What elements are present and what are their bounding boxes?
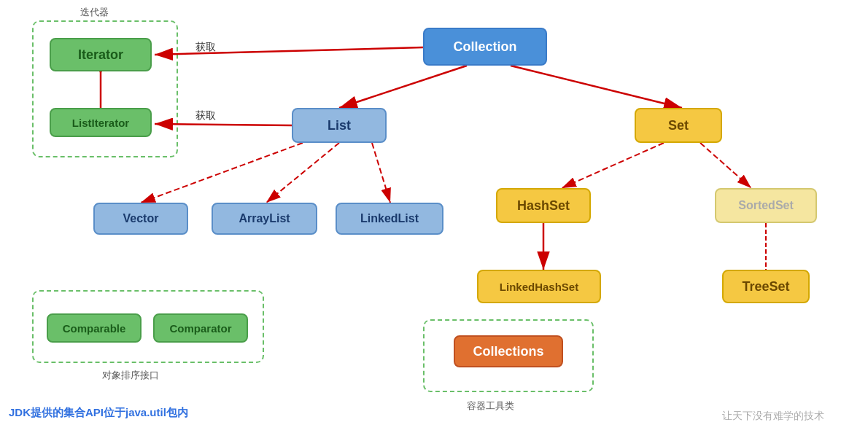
comparator-node: Comparator	[153, 313, 248, 343]
bottom-text: JDK提供的集合API位于java.util包内	[9, 406, 188, 420]
collection-node: Collection	[423, 28, 547, 66]
linkedhashset-node: LinkedHashSet	[477, 270, 601, 303]
list-node: List	[292, 108, 387, 143]
collections-node: Collections	[454, 335, 563, 367]
get2-label: 获取	[195, 109, 216, 122]
treeset-node: TreeSet	[722, 270, 810, 303]
svg-line-5	[339, 66, 467, 108]
diagram-container: 迭代器 对象排序接口 容器工具类 获取 获取	[0, 0, 868, 433]
bottom-text-content: JDK提供的集合API位于java.util包内	[9, 406, 188, 418]
iterator-box-label: 迭代器	[80, 6, 109, 19]
collections-box-label: 容器工具类	[467, 399, 514, 413]
listiterator-node: ListIterator	[50, 108, 152, 137]
sort-box-label: 对象排序接口	[102, 369, 159, 382]
linkedlist-node: LinkedList	[336, 203, 443, 235]
watermark: 让天下没有难学的技术	[722, 410, 824, 423]
comparable-node: Comparable	[47, 313, 142, 343]
svg-line-6	[511, 66, 682, 108]
set-node: Set	[635, 108, 722, 143]
svg-line-10	[562, 143, 664, 188]
hashset-node: HashSet	[496, 188, 591, 223]
get1-label: 获取	[195, 41, 216, 54]
vector-node: Vector	[93, 203, 188, 235]
arraylist-node: ArrayList	[212, 203, 317, 235]
iterator-node: Iterator	[50, 38, 152, 71]
svg-line-9	[372, 143, 390, 203]
sortedset-node: SortedSet	[715, 188, 817, 223]
svg-line-8	[266, 143, 339, 203]
svg-line-11	[700, 143, 751, 188]
